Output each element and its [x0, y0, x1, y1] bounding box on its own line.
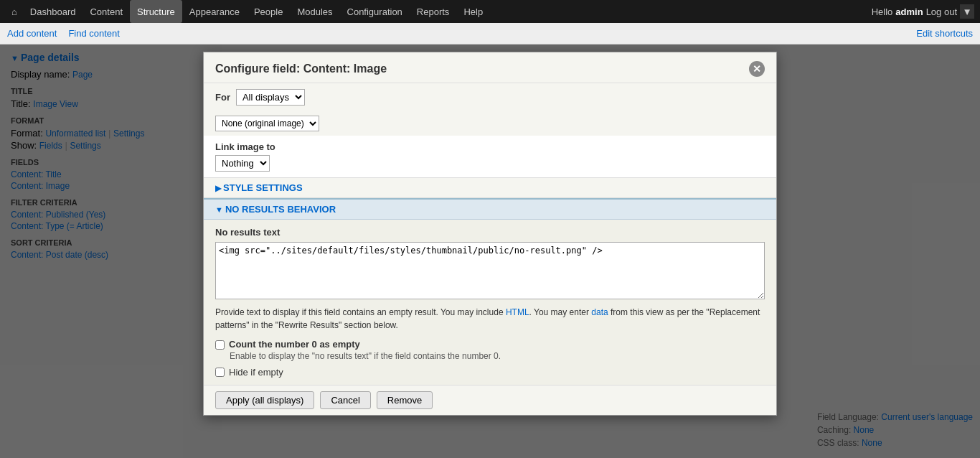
style-settings-section: STYLE SETTINGS	[204, 177, 776, 198]
link-image-label: Link image to	[215, 141, 765, 152]
modal-title: Configure field: Content: Image	[215, 62, 387, 75]
nav-reports[interactable]: Reports	[410, 0, 457, 23]
count-zero-label[interactable]: Count the number 0 as empty	[229, 339, 360, 350]
data-link[interactable]: data	[591, 307, 608, 317]
find-content-link[interactable]: Find content	[68, 28, 120, 39]
for-row: For All displays Default Page	[204, 83, 776, 111]
nav-modules[interactable]: Modules	[290, 0, 339, 23]
count-zero-row: Count the number 0 as empty	[215, 339, 765, 350]
html-link[interactable]: HTML	[506, 307, 529, 317]
top-navigation: ⌂ Dashboard Content Structure Appearance…	[0, 0, 980, 23]
hide-empty-checkbox[interactable]	[215, 368, 225, 377]
modal-header: Configure field: Content: Image ✕	[204, 52, 776, 83]
for-select[interactable]: All displays Default Page	[236, 89, 305, 106]
no-results-body: No results text <img src="../sites/defau…	[204, 220, 776, 385]
edit-shortcuts-link[interactable]: Edit shortcuts	[916, 28, 973, 39]
no-results-text-label: No results text	[215, 227, 765, 238]
hide-empty-label[interactable]: Hide if empty	[229, 367, 283, 378]
no-results-textarea[interactable]: <img src="../sites/default/files/styles/…	[215, 242, 765, 299]
home-icon[interactable]: ⌂	[6, 0, 23, 23]
style-settings-header[interactable]: STYLE SETTINGS	[215, 182, 303, 193]
modal-close-button[interactable]: ✕	[749, 61, 765, 77]
hide-empty-row: Hide if empty	[215, 367, 765, 378]
no-results-hint: Provide text to display if this field co…	[215, 306, 765, 332]
nav-people[interactable]: People	[247, 0, 290, 23]
page-background: Page details Display name: Page TITLE Ti…	[0, 45, 980, 458]
image-style-select[interactable]: None (original image) Thumbnail Medium L…	[215, 116, 319, 131]
no-results-section: NO RESULTS BEHAVIOR No results text <img…	[204, 198, 776, 385]
link-image-select[interactable]: Nothing Content File	[215, 155, 270, 172]
apply-button[interactable]: Apply (all displays)	[215, 391, 314, 409]
link-image-section: Link image to Nothing Content File	[204, 136, 776, 177]
nav-appearance[interactable]: Appearance	[182, 0, 247, 23]
modal-dialog: Configure field: Content: Image ✕ For Al…	[203, 52, 777, 416]
nav-structure[interactable]: Structure	[130, 0, 182, 23]
nav-configuration[interactable]: Configuration	[340, 0, 410, 23]
no-results-header: NO RESULTS BEHAVIOR	[204, 200, 776, 220]
count-zero-desc: Enable to display the "no results text" …	[230, 351, 765, 361]
admin-username: admin	[895, 6, 923, 17]
cancel-button[interactable]: Cancel	[320, 391, 370, 409]
modal-body[interactable]: For All displays Default Page None (orig…	[204, 83, 776, 385]
nav-right: Hello admin Log out ▼	[872, 4, 974, 19]
modal-overlay: Configure field: Content: Image ✕ For Al…	[0, 45, 980, 458]
logout-link[interactable]: Log out	[926, 6, 957, 17]
count-zero-checkbox[interactable]	[215, 340, 225, 350]
nav-dashboard[interactable]: Dashboard	[23, 0, 83, 23]
for-label: For	[215, 92, 230, 103]
image-style-row: None (original image) Thumbnail Medium L…	[204, 111, 776, 136]
secondary-bar: Add content Find content Edit shortcuts	[0, 23, 980, 45]
hello-text: Hello	[872, 6, 893, 17]
add-content-link[interactable]: Add content	[7, 28, 57, 39]
modal-footer: Apply (all displays) Cancel Remove	[204, 385, 776, 415]
nav-expand-button[interactable]: ▼	[960, 4, 974, 19]
nav-content[interactable]: Content	[83, 0, 130, 23]
no-results-behavior-toggle[interactable]: NO RESULTS BEHAVIOR	[215, 204, 336, 215]
nav-help[interactable]: Help	[456, 0, 490, 23]
remove-button[interactable]: Remove	[377, 391, 433, 409]
